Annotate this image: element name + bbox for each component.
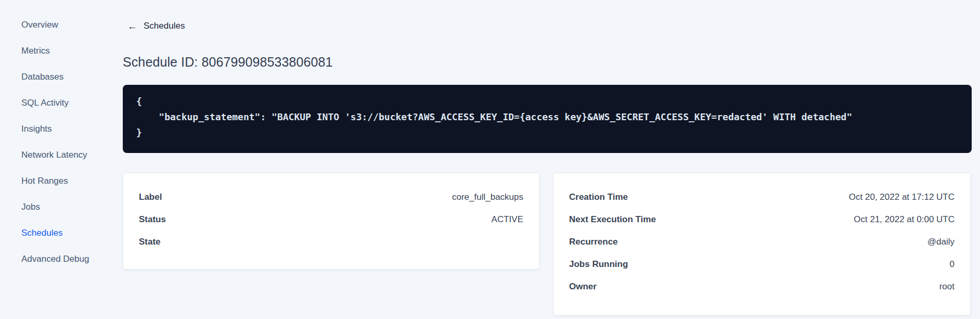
back-to-schedules-link[interactable]: ← Schedules: [127, 21, 185, 31]
sidebar-item-jobs[interactable]: Jobs: [0, 194, 112, 220]
sidebar-item-advanced-debug[interactable]: Advanced Debug: [0, 246, 112, 272]
owner-key: Owner: [569, 282, 597, 292]
schedule-timing-card: Creation Time Oct 20, 2022 at 17:12 UTC …: [553, 173, 971, 315]
back-arrow-icon: ←: [127, 21, 137, 31]
sidebar-item-network-latency[interactable]: Network Latency: [0, 142, 112, 168]
sidebar-item-metrics[interactable]: Metrics: [0, 38, 112, 64]
status-key: Status: [139, 214, 166, 225]
sidebar-item-databases[interactable]: Databases: [0, 64, 112, 90]
next-execution-time-key: Next Execution Time: [569, 214, 656, 225]
detail-row-jobs-running: Jobs Running 0: [569, 253, 955, 275]
detail-row-recurrence: Recurrence @daily: [569, 231, 955, 253]
backup-statement-code-block: { "backup_statement": "BACKUP INTO 's3:/…: [123, 85, 972, 153]
recurrence-key: Recurrence: [569, 237, 618, 247]
sidebar-item-sql-activity[interactable]: SQL Activity: [0, 90, 112, 116]
sidebar-item-hot-ranges[interactable]: Hot Ranges: [0, 168, 112, 194]
next-execution-time-value: Oct 21, 2022 at 0:00 UTC: [854, 214, 955, 225]
page-title: Schedule ID: 806799098533806081: [123, 55, 332, 70]
back-link-label: Schedules: [144, 21, 185, 31]
jobs-running-key: Jobs Running: [569, 259, 628, 270]
label-value: core_full_backups: [452, 192, 523, 202]
creation-time-key: Creation Time: [569, 192, 628, 202]
detail-row-creation-time: Creation Time Oct 20, 2022 at 17:12 UTC: [569, 186, 955, 208]
detail-row-next-execution-time: Next Execution Time Oct 21, 2022 at 0:00…: [569, 208, 955, 231]
creation-time-value: Oct 20, 2022 at 17:12 UTC: [849, 192, 955, 202]
recurrence-value: @daily: [927, 237, 955, 247]
jobs-running-value: 0: [950, 259, 955, 270]
detail-row-state: State: [139, 231, 523, 253]
label-key: Label: [139, 192, 162, 202]
state-key: State: [139, 237, 161, 247]
detail-row-owner: Owner root: [569, 275, 955, 298]
sidebar-item-insights[interactable]: Insights: [0, 116, 112, 142]
status-value: ACTIVE: [492, 214, 523, 225]
backup-statement-json: { "backup_statement": "BACKUP INTO 's3:/…: [136, 94, 958, 141]
sidebar-item-overview[interactable]: Overview: [0, 12, 112, 38]
sidebar-nav: Overview Metrics Databases SQL Activity …: [0, 0, 112, 319]
detail-row-status: Status ACTIVE: [139, 208, 523, 231]
owner-value: root: [939, 282, 955, 292]
detail-row-label: Label core_full_backups: [139, 186, 523, 208]
schedule-label-card: Label core_full_backups Status ACTIVE St…: [123, 173, 539, 270]
sidebar-item-schedules[interactable]: Schedules: [0, 220, 112, 246]
